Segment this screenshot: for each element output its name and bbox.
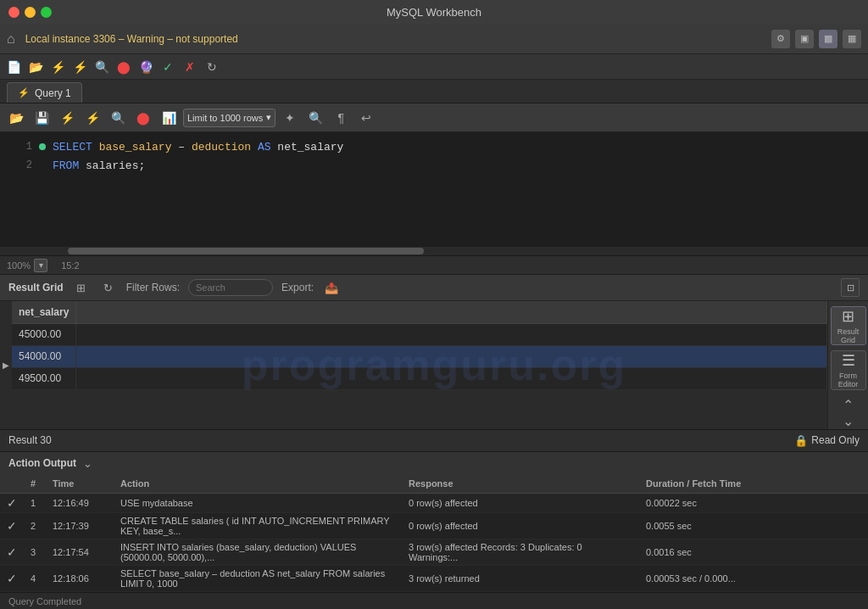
lock-icon: 🔒	[794, 434, 808, 447]
dropdown-arrow: ▾	[266, 112, 271, 123]
form-editor-panel-button[interactable]: ☰ FormEditor	[831, 350, 866, 389]
query-status-text: Query Completed	[8, 596, 81, 606]
collapse-panel-button[interactable]: ▶	[0, 301, 12, 429]
col-action: Action	[114, 475, 402, 494]
cell-num: 2	[24, 513, 46, 539]
zoom-down-button[interactable]: ▾	[34, 259, 47, 272]
scroll-arrows[interactable]: ⌃ ⌄	[843, 397, 854, 429]
cell-num: 1	[24, 494, 46, 513]
query-tab[interactable]: ⚡ Query 1	[7, 82, 82, 103]
maximize-button[interactable]	[41, 7, 52, 18]
zoom-value: 100%	[7, 260, 31, 271]
col-header-net-salary: net_salary	[12, 301, 76, 323]
zoom-control: 100% ▾	[7, 259, 47, 272]
result-status-bar: Result 30 🔒 Read Only	[0, 429, 868, 451]
col-response: Response	[402, 475, 639, 494]
limit-dropdown[interactable]: Limit to 1000 rows ▾	[183, 109, 275, 127]
collapse-arrow-icon: ▶	[3, 360, 9, 370]
main-toolbar: ⌂ Local instance 3306 – Warning – not su…	[0, 24, 868, 54]
panel-right-icon[interactable]: ▦	[843, 30, 861, 48]
col-duration: Duration / Fetch Time	[639, 475, 868, 494]
search-input[interactable]	[188, 279, 273, 296]
cell-duration: 0.00022 sec	[639, 494, 868, 513]
title-bar: MySQL Workbench	[0, 0, 868, 24]
table-row[interactable]: 54000.00	[12, 345, 827, 367]
result-grid-panel-button[interactable]: ⊞ ResultGrid	[831, 306, 866, 345]
cell-status: ✓	[0, 566, 24, 592]
grid-view-icon[interactable]: ⊞	[72, 278, 91, 297]
tab-bar: ⚡ Query 1	[0, 80, 868, 103]
inspect-icon[interactable]: 🔍	[92, 57, 112, 77]
copy-cell-icon[interactable]: ⊡	[841, 278, 860, 297]
editor-area[interactable]: 1 SELECT base_salary – deduction AS net_…	[0, 132, 868, 247]
minimize-button[interactable]	[25, 7, 36, 18]
result-table: net_salary 45000.0054000.0049500.00	[12, 301, 827, 390]
editor-horizontal-scrollbar[interactable]	[0, 247, 868, 255]
action-output-bar: Action Output ⌄	[0, 451, 868, 475]
beautify-icon[interactable]: ✦	[279, 107, 301, 129]
tab-query-icon: ⚡	[18, 87, 30, 98]
scrollbar-thumb[interactable]	[68, 248, 424, 254]
home-icon[interactable]: ⌂	[7, 31, 15, 47]
close-button[interactable]	[8, 7, 19, 18]
lightning-icon[interactable]: ⚡	[47, 57, 68, 77]
settings-icon[interactable]: ⚙	[771, 30, 790, 48]
keyword-as: AS	[258, 141, 271, 154]
cell-empty	[76, 345, 827, 367]
read-only-badge: 🔒 Read Only	[794, 434, 860, 447]
query-toolbar: 📂 💾 ⚡ ⚡ 🔍 ⬤ 📊 Limit to 1000 rows ▾ ✦ 🔍 ¶…	[0, 103, 868, 132]
panel-toggle-icon[interactable]: ▣	[795, 30, 814, 48]
stop-icon[interactable]: ⬤	[114, 57, 134, 77]
cell-time: 12:17:39	[46, 513, 114, 539]
table-row[interactable]: 45000.00	[12, 323, 827, 345]
run-icon[interactable]: ⚡	[56, 107, 78, 129]
line-indicator-1	[39, 143, 46, 150]
open-file-icon[interactable]: 📂	[5, 107, 27, 129]
cell-response: 3 row(s) affected Records: 3 Duplicates:…	[402, 539, 639, 566]
cell-time: 12:16:49	[46, 494, 114, 513]
save-icon[interactable]: 💾	[31, 107, 53, 129]
refresh-icon[interactable]: ↻	[202, 57, 222, 77]
cell-net-salary: 49500.00	[12, 367, 76, 389]
cell-empty	[76, 367, 827, 389]
app-window: MySQL Workbench ⌂ Local instance 3306 – …	[0, 0, 868, 609]
open-icon[interactable]: 📂	[25, 57, 46, 77]
active-panel-icon[interactable]: ▩	[819, 30, 837, 48]
action-row: ✓412:18:06SELECT base_salary – deduction…	[0, 566, 868, 592]
table-name: salaries;	[86, 159, 145, 172]
action-output-toggle[interactable]: ⌄	[83, 457, 92, 470]
refresh-result-icon[interactable]: ↻	[99, 278, 118, 297]
toolbar-icons: ⚙ ▣ ▩ ▦	[771, 30, 861, 48]
bottom-status-bar: Query Completed	[0, 592, 868, 609]
stop-query-icon[interactable]: ⬤	[132, 107, 154, 129]
ex-icon[interactable]: ✗	[180, 57, 200, 77]
result-toolbar: Result Grid ⊞ ↻ Filter Rows: Export: 📤 ⊡	[0, 274, 868, 301]
line-number-2: 2	[7, 159, 32, 171]
new-tab-icon[interactable]: 📄	[3, 57, 24, 77]
wrap-icon[interactable]: ↩	[355, 107, 377, 129]
read-only-label: Read Only	[811, 434, 860, 446]
cell-status: ✓	[0, 494, 24, 513]
check-icon[interactable]: ✓	[158, 57, 178, 77]
export-icon[interactable]: 📤	[322, 278, 341, 297]
cell-action: SELECT base_salary – deduction AS net_sa…	[114, 566, 402, 592]
invisible-icon[interactable]: ¶	[330, 107, 352, 129]
table-row[interactable]: 49500.00	[12, 367, 827, 389]
cell-response: 3 row(s) returned	[402, 566, 639, 592]
lightning-fast-icon[interactable]: ⚡	[70, 57, 90, 77]
cell-duration: 0.0055 sec	[639, 513, 868, 539]
editor-line-1: 1 SELECT base_salary – deduction AS net_…	[0, 137, 868, 156]
cell-time: 12:17:54	[46, 539, 114, 566]
toggle-output-icon[interactable]: 📊	[158, 107, 180, 129]
run-selection-icon[interactable]: ⚡	[81, 107, 103, 129]
schema-icon[interactable]: 🔮	[136, 57, 156, 77]
explain-icon[interactable]: 🔍	[107, 107, 129, 129]
cell-status: ✓	[0, 513, 24, 539]
cell-duration: 0.0016 sec	[639, 539, 868, 566]
find-icon[interactable]: 🔍	[304, 107, 326, 129]
secondary-toolbar: 📄 📂 ⚡ ⚡ 🔍 ⬤ 🔮 ✓ ✗ ↻	[0, 54, 868, 80]
action-output-area: # Time Action Response Duration / Fetch …	[0, 475, 868, 593]
action-output-table: # Time Action Response Duration / Fetch …	[0, 475, 868, 593]
line-indicator-2	[39, 162, 46, 169]
export-label: Export:	[281, 282, 314, 293]
